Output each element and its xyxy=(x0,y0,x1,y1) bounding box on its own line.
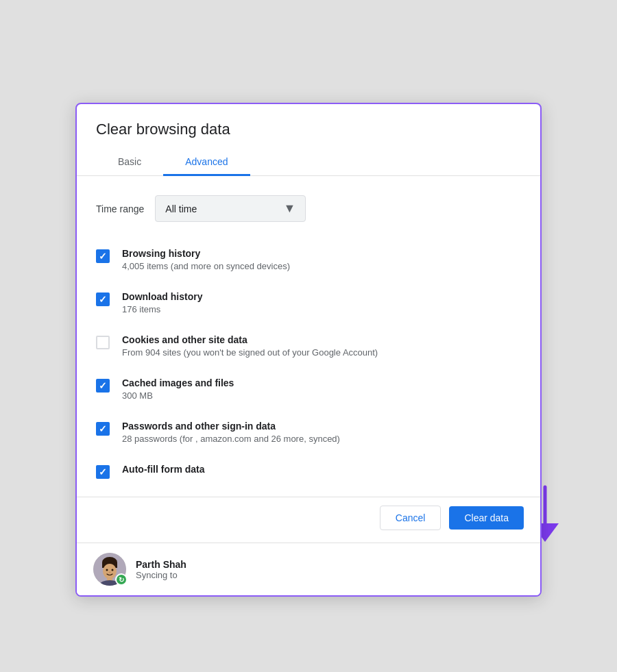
avatar-wrapper: ↻ xyxy=(93,553,126,586)
user-status: Syncing to xyxy=(136,570,186,580)
time-range-row: Time range All time ▼ xyxy=(96,195,521,222)
time-range-select[interactable]: All time ▼ xyxy=(155,195,306,222)
download-history-title: Download history xyxy=(122,291,521,302)
cookies-checkbox[interactable] xyxy=(96,336,110,349)
autofill-title: Auto-fill form data xyxy=(122,464,521,475)
tabs-bar: Basic Advanced xyxy=(77,149,540,176)
user-info: Parth Shah Syncing to xyxy=(136,559,186,580)
cached-images-checkbox[interactable]: ✓ xyxy=(96,379,110,393)
list-item: ✓ Cached images and files 300 MB xyxy=(96,368,521,411)
list-item: ✓ Auto-fill form data xyxy=(96,454,521,483)
tab-advanced[interactable]: Advanced xyxy=(163,149,250,176)
dialog-footer: Cancel Clear data xyxy=(77,497,540,543)
sync-badge: ↻ xyxy=(115,573,128,586)
time-range-value: All time xyxy=(165,203,197,214)
browsing-history-subtitle: 4,005 items (and more on synced devices) xyxy=(122,261,521,271)
list-item: ✓ Browsing history 4,005 items (and more… xyxy=(96,238,521,282)
passwords-subtitle: 28 passwords (for , amazon.com and 26 mo… xyxy=(122,434,521,444)
browsing-history-checkbox[interactable]: ✓ xyxy=(96,249,110,263)
checkbox-items: ✓ Browsing history 4,005 items (and more… xyxy=(96,238,521,483)
dropdown-arrow-icon: ▼ xyxy=(283,201,295,216)
clear-browsing-data-dialog: Clear browsing data Basic Advanced Time … xyxy=(75,103,542,597)
tab-basic[interactable]: Basic xyxy=(96,149,163,176)
clear-data-button[interactable]: Clear data xyxy=(449,506,524,530)
browsing-history-title: Browsing history xyxy=(122,248,521,259)
cached-images-subtitle: 300 MB xyxy=(122,390,521,401)
dialog-content: Time range All time ▼ ✓ Browsing history xyxy=(77,176,540,497)
autofill-checkbox[interactable]: ✓ xyxy=(96,465,110,479)
user-name: Parth Shah xyxy=(136,559,186,570)
passwords-title: Passwords and other sign-in data xyxy=(122,421,521,432)
download-history-subtitle: 176 items xyxy=(122,304,521,314)
cookies-title: Cookies and other site data xyxy=(122,334,521,345)
svg-point-8 xyxy=(109,572,111,573)
list-item: ✓ Passwords and other sign-in data 28 pa… xyxy=(96,411,521,454)
passwords-checkbox[interactable]: ✓ xyxy=(96,422,110,436)
list-item: Cookies and other site data From 904 sit… xyxy=(96,325,521,368)
user-bar: ↻ Parth Shah Syncing to xyxy=(77,543,540,595)
svg-point-7 xyxy=(112,569,114,571)
svg-point-5 xyxy=(103,564,117,579)
cookies-subtitle: From 904 sites (you won't be signed out … xyxy=(122,347,521,358)
dialog-title: Clear browsing data xyxy=(77,104,540,149)
cached-images-title: Cached images and files xyxy=(122,377,521,388)
dialog-wrapper: Clear browsing data Basic Advanced Time … xyxy=(14,14,603,672)
download-history-checkbox[interactable]: ✓ xyxy=(96,293,110,306)
time-range-label: Time range xyxy=(96,203,144,214)
cancel-button[interactable]: Cancel xyxy=(380,506,441,530)
list-item: ✓ Download history 176 items xyxy=(96,282,521,325)
svg-point-6 xyxy=(106,569,108,571)
